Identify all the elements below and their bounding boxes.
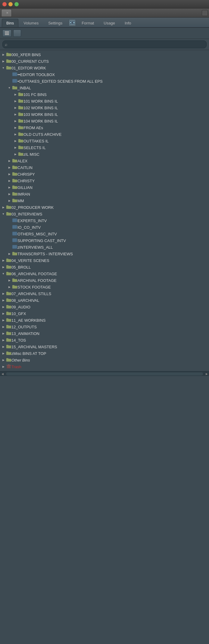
- tree-arrow-icon: [1, 212, 5, 216]
- tree-item[interactable]: 101 FC BINS: [0, 91, 209, 98]
- tab-bins[interactable]: Bins: [2, 19, 18, 27]
- minimize-button[interactable]: [8, 2, 13, 6]
- folder-icon: [6, 212, 11, 217]
- scroll-track[interactable]: [6, 372, 203, 375]
- tree-item-label: Trash: [11, 365, 21, 369]
- tree-item[interactable]: _INBAL: [0, 84, 209, 91]
- tab-info[interactable]: Info: [120, 19, 136, 27]
- tree-item[interactable]: 103 WORK BINS IL: [0, 111, 209, 118]
- folder-icon: [18, 119, 23, 124]
- tree-arrow-icon: [13, 106, 17, 110]
- scroll-left-button[interactable]: ◀: [0, 371, 5, 376]
- tree-item-label: IO_CO_INTV: [17, 225, 41, 230]
- svg-rect-24: [12, 225, 17, 229]
- tree-arrow-icon: [7, 192, 11, 196]
- tree-item[interactable]: OTHERS_MISC_INTV: [0, 231, 209, 237]
- tree-item[interactable]: 11_AE WORKBINS: [0, 317, 209, 324]
- tree-item[interactable]: 02_PRODUCER WORK: [0, 204, 209, 211]
- folder-icon: [12, 158, 17, 164]
- tree-item[interactable]: ARCHIVAL FOOTAGE: [0, 277, 209, 284]
- tree-item[interactable]: zIL MISC: [0, 151, 209, 158]
- tree-item[interactable]: 01_EDITOR WORK: [0, 65, 209, 71]
- wds-tab-active[interactable]: ✕: [1, 9, 12, 17]
- tree-item[interactable]: 000_XFER BINS: [0, 51, 209, 58]
- tree-item-label: OTHERS_MISC_INTV: [17, 232, 57, 236]
- svg-rect-44: [7, 365, 11, 368]
- tree-item[interactable]: 00_CURRENT CUTS: [0, 58, 209, 65]
- tree-item[interactable]: •OUTTAKES_EDITED SCENES FROM ALL EPS: [0, 78, 209, 84]
- search-input[interactable]: [2, 40, 207, 48]
- tree-item-label: SUPPORTING CAST_INTV: [17, 238, 66, 243]
- new-bin-button[interactable]: [13, 30, 21, 37]
- search-wrapper: ⌕: [2, 40, 207, 48]
- tree-arrow-icon: [7, 252, 11, 256]
- svg-rect-46: [8, 365, 10, 365]
- tree-item[interactable]: FROM AEs: [0, 124, 209, 131]
- tree-item[interactable]: ALEX: [0, 158, 209, 164]
- tab-icon-button[interactable]: [69, 19, 76, 26]
- tree-item[interactable]: OLD CUTS ARCHIVE: [0, 131, 209, 138]
- tree-item[interactable]: 102 WORK BINS IL: [0, 104, 209, 111]
- tab-settings[interactable]: Settings: [44, 19, 67, 27]
- tree-arrow-icon: [1, 298, 5, 302]
- scroll-right-button[interactable]: ▶: [204, 371, 209, 376]
- tree-item[interactable]: EXPERTS_INTV: [0, 217, 209, 224]
- tree-arrow-icon: [1, 59, 5, 63]
- tree-item[interactable]: 101 WORK BINS IL: [0, 98, 209, 104]
- tree-item[interactable]: 04_VERITE SCENES: [0, 257, 209, 264]
- tab-volumes[interactable]: Volumes: [19, 19, 43, 27]
- tree-item[interactable]: 15_ARCHIVAL MASTERS: [0, 343, 209, 350]
- tree-item[interactable]: 09_AUDIO: [0, 304, 209, 310]
- tree-item[interactable]: 07_ARCHIVAL STILLS: [0, 290, 209, 297]
- tree-item[interactable]: 14_TOS: [0, 337, 209, 343]
- tree-item[interactable]: IMRAN: [0, 191, 209, 197]
- folder-icon: [18, 99, 23, 104]
- tree-item[interactable]: IO_CO_INTV: [0, 224, 209, 231]
- tree-item[interactable]: STOCK FOOTAGE: [0, 284, 209, 290]
- tree-item[interactable]: 12_OUTPUTS: [0, 324, 209, 330]
- tree-item[interactable]: CHRISPY: [0, 171, 209, 177]
- folder-icon: [18, 139, 23, 144]
- wds-dropdown-button[interactable]: [202, 10, 208, 16]
- tree-item[interactable]: 104 WORK BINS IL: [0, 118, 209, 124]
- horizontal-scrollbar[interactable]: ◀ ▶: [0, 371, 209, 376]
- tree-item[interactable]: CHRISTY: [0, 177, 209, 184]
- folder-icon: [6, 338, 11, 343]
- tree-item-label: 00_CURRENT CUTS: [11, 59, 49, 64]
- tree-item[interactable]: Other Bins: [0, 357, 209, 363]
- tree-item[interactable]: 10_GFX: [0, 310, 209, 317]
- tree-item[interactable]: GILLIAN: [0, 184, 209, 191]
- tree-item[interactable]: zMisc BINS AT TOP: [0, 350, 209, 357]
- tab-usage[interactable]: Usage: [99, 19, 120, 27]
- tree-arrow-icon: [1, 265, 5, 269]
- tree-item-label: CAITLIN: [17, 165, 33, 170]
- tree-item[interactable]: 06_ARCHIVAL FOOTAGE: [0, 270, 209, 277]
- wds-tab-close-icon[interactable]: ✕: [6, 11, 8, 14]
- close-button[interactable]: [2, 2, 7, 6]
- tab-format[interactable]: Format: [77, 19, 98, 27]
- tree-item[interactable]: SELECTS IL: [0, 144, 209, 151]
- tree-item[interactable]: MM: [0, 197, 209, 204]
- tree-item-label: ••EDITOR TOOLBOX: [17, 72, 55, 77]
- tab-info-label: Info: [125, 21, 131, 25]
- tree-item[interactable]: zINTERVIEWS_ALL: [0, 244, 209, 250]
- tree-item[interactable]: SUPPORTING CAST_INTV: [0, 237, 209, 244]
- window-controls[interactable]: [2, 2, 19, 6]
- tree-item[interactable]: 08_sARCHIVAL: [0, 297, 209, 304]
- list-view-button[interactable]: [2, 30, 11, 37]
- tree-item[interactable]: Trash: [0, 363, 209, 370]
- tree-item[interactable]: OUTTAKES IL: [0, 138, 209, 144]
- tree-arrow-icon: [1, 305, 5, 309]
- trash-icon: [6, 364, 11, 369]
- tree-arrow-icon: [1, 345, 5, 349]
- tree-item[interactable]: ••EDITOR TOOLBOX: [0, 71, 209, 78]
- tree-item[interactable]: 13_ANIMATION: [0, 330, 209, 337]
- tree-item[interactable]: 05_BROLL: [0, 264, 209, 270]
- tree-item[interactable]: CAITLIN: [0, 164, 209, 171]
- maximize-button[interactable]: [14, 2, 19, 6]
- folder-icon: [6, 331, 11, 336]
- tree-item[interactable]: TRANSCRIPTS - INTERVIEWS: [0, 250, 209, 257]
- tree-item[interactable]: 03_INTERVIEWS: [0, 211, 209, 217]
- tree-item-label: 101 FC BINS: [23, 92, 47, 97]
- tree-item-label: _INBAL: [17, 86, 31, 90]
